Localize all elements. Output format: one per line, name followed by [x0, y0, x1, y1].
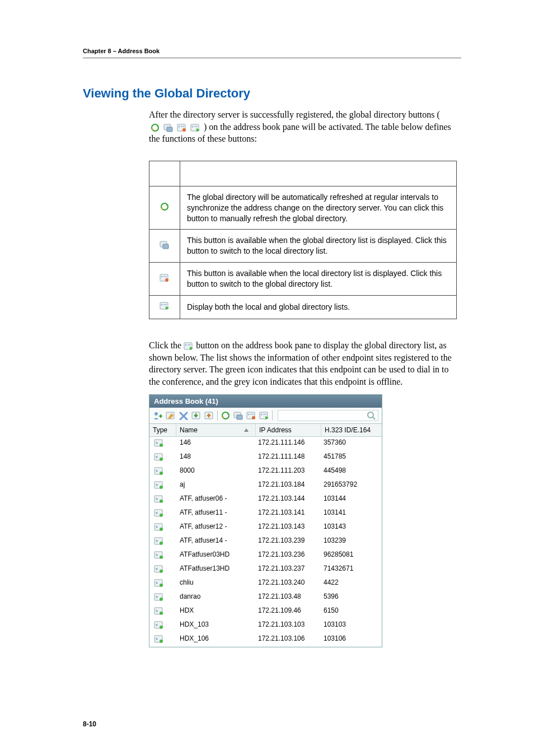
endpoint-icon	[154, 536, 164, 545]
cell-name: ATF, atfuser12 -	[176, 522, 256, 533]
cell-ext: 6150	[321, 606, 382, 617]
func-row-text: This button is available when the local …	[180, 263, 457, 296]
p2-text-a: Click the	[149, 340, 184, 350]
cell-name: HDX_103	[176, 620, 256, 631]
table-row[interactable]: ATF, atfuser14 -172.21.103.239103239	[149, 535, 382, 549]
cell-ip: 172.21.103.239	[256, 536, 321, 547]
endpoint-icon	[154, 452, 164, 461]
address-book-panel: Address Book (41) Type Name	[149, 394, 382, 647]
endpoint-icon	[154, 480, 164, 489]
endpoint-icon	[154, 564, 164, 573]
endpoint-icon	[154, 550, 164, 559]
switch-local-button[interactable]	[233, 411, 243, 420]
endpoint-icon	[154, 592, 164, 601]
cell-name: chliu	[176, 578, 256, 589]
cell-ip: 172.21.111.146	[256, 438, 321, 449]
address-book-columns: Type Name IP Address H.323 ID/E.164	[149, 424, 382, 437]
endpoint-icon	[154, 522, 164, 531]
address-book-rows: 146172.21.111.146357360148172.21.111.148…	[149, 437, 382, 647]
endpoint-icon	[154, 578, 164, 587]
cell-ip: 172.21.103.106	[256, 634, 321, 645]
table-row[interactable]: chliu172.21.103.2404422	[149, 577, 382, 591]
endpoint-icon	[154, 620, 164, 629]
cell-ext: 5396	[321, 592, 382, 603]
cell-name: ATF, atfuser06 -	[176, 494, 256, 505]
export-button[interactable]	[204, 411, 214, 420]
switch-global-button[interactable]	[246, 411, 256, 420]
intro-paragraph: After the directory server is successful…	[149, 109, 461, 145]
refresh-button[interactable]	[221, 411, 231, 420]
table-row[interactable]: HDX_106172.21.103.106103106	[149, 633, 382, 647]
switch-global-icon	[160, 273, 170, 282]
p2-text-b: button on the address book pane to displ…	[149, 340, 452, 386]
cell-name: 8000	[176, 466, 256, 477]
col-type[interactable]: Type	[149, 424, 176, 436]
endpoint-icon	[154, 606, 164, 615]
table-row[interactable]: danrao172.21.103.485396	[149, 591, 382, 605]
table-row[interactable]: HDX172.21.109.466150	[149, 605, 382, 619]
second-paragraph: Click the button on the address book pan…	[149, 339, 461, 388]
edit-contact-button[interactable]	[166, 411, 176, 420]
cell-name: ATF, atfuser11 -	[176, 508, 256, 519]
func-row-text: This button is available when the global…	[180, 230, 457, 263]
table-row[interactable]: ATF, atfuser06 -172.21.103.144103144	[149, 493, 382, 507]
table-row[interactable]: 8000172.21.111.203445498	[149, 465, 382, 479]
cell-ext: 103106	[321, 634, 382, 645]
cell-ip: 172.21.103.141	[256, 508, 321, 519]
cell-name: HDX_106	[176, 634, 256, 645]
col-name-label: Name	[180, 426, 198, 434]
add-contact-button[interactable]	[153, 411, 163, 420]
cell-ext: 4422	[321, 578, 382, 589]
table-row[interactable]: 146172.21.111.146357360	[149, 437, 382, 451]
sort-asc-icon	[244, 428, 249, 432]
func-row-text: The global directory will be automatical…	[180, 186, 457, 230]
cell-ip: 172.21.103.143	[256, 522, 321, 533]
table-row[interactable]: 148172.21.111.148451785	[149, 451, 382, 465]
address-book-title: Address Book (41)	[149, 395, 382, 408]
switch-global-icon	[177, 123, 187, 132]
show-both-button[interactable]	[259, 411, 269, 420]
cell-ip: 172.21.111.148	[256, 452, 321, 463]
section-title: Viewing the Global Directory	[83, 86, 461, 101]
cell-ext: 71432671	[321, 564, 382, 575]
table-row[interactable]: ATF, atfuser12 -172.21.103.143103143	[149, 521, 382, 535]
refresh-icon	[160, 202, 170, 211]
cell-name: 146	[176, 438, 256, 449]
cell-name: ATF, atfuser14 -	[176, 536, 256, 547]
cell-name: ATFatfuser13HD	[176, 564, 256, 575]
import-button[interactable]	[191, 411, 202, 420]
search-input[interactable]	[278, 410, 378, 421]
col-ip[interactable]: IP Address	[256, 424, 321, 436]
cell-ip: 172.21.103.236	[256, 550, 321, 561]
show-both-icon	[160, 301, 170, 310]
col-ext[interactable]: H.323 ID/E.164	[321, 424, 382, 436]
cell-ip: 172.21.103.103	[256, 620, 321, 631]
table-row[interactable]: ATF, atfuser11 -172.21.103.141103141	[149, 507, 382, 521]
func-row-text: Display both the local and global direct…	[180, 296, 457, 319]
search-icon	[367, 411, 376, 420]
cell-ip: 172.21.109.46	[256, 606, 321, 617]
cell-ext: 103239	[321, 536, 382, 547]
table-row[interactable]: ATFatfuser13HD172.21.103.23771432671	[149, 563, 382, 577]
cell-ext: 103143	[321, 522, 382, 533]
endpoint-icon	[154, 438, 164, 447]
delete-contact-button[interactable]	[179, 411, 189, 420]
endpoint-icon	[154, 494, 164, 503]
cell-ext: 451785	[321, 452, 382, 463]
col-name[interactable]: Name	[176, 424, 256, 436]
cell-ext: 357360	[321, 438, 382, 449]
table-row[interactable]: aj172.21.103.184291653792	[149, 479, 382, 493]
switch-local-icon	[160, 240, 170, 249]
table-row[interactable]: HDX_103172.21.103.103103103	[149, 619, 382, 633]
cell-ext: 445498	[321, 466, 382, 477]
table-row[interactable]: ATFatfuser03HD172.21.103.23696285081	[149, 549, 382, 563]
cell-ip: 172.21.103.240	[256, 578, 321, 589]
cell-ext: 103141	[321, 508, 382, 519]
cell-ip: 172.21.103.48	[256, 592, 321, 603]
cell-name: danrao	[176, 592, 256, 603]
endpoint-icon	[154, 466, 164, 475]
page-number: 8-10	[83, 720, 96, 728]
cell-ext: 291653792	[321, 480, 382, 491]
switch-local-icon	[163, 123, 174, 132]
show-both-icon	[190, 123, 200, 132]
